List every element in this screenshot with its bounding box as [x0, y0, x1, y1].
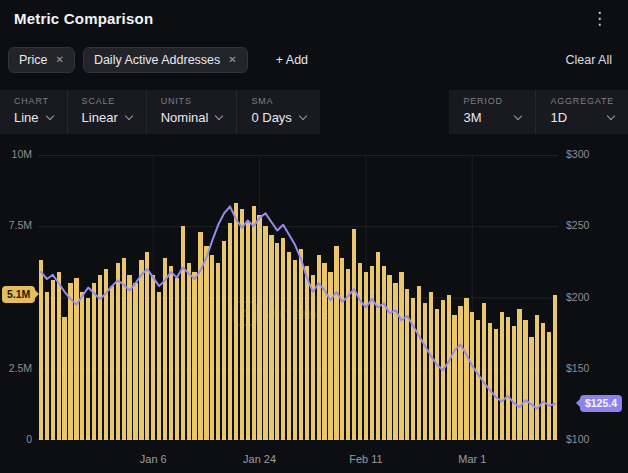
chart-type-value: Line [14, 110, 39, 125]
chart-area: A Artemis 5.1M $125.4 10M7.5M2.5M0$300$2… [0, 150, 628, 473]
y-axis-right-tick: $250 [566, 219, 589, 231]
control-sma-label: SMA [251, 96, 305, 106]
control-units-label: UNITS [161, 96, 223, 106]
control-chart: CHART Line [0, 90, 67, 134]
controls-left-group: CHART Line SCALE Linear UNITS Nominal SM… [0, 90, 320, 134]
units-dropdown[interactable]: Nominal [161, 110, 223, 125]
control-period-label: PERIOD [463, 96, 521, 106]
chevron-down-icon [124, 112, 132, 120]
chevron-down-icon [299, 112, 307, 120]
metric-chips-row: Price ✕ Daily Active Addresses ✕ + Add C… [8, 46, 620, 74]
close-icon[interactable]: ✕ [228, 55, 236, 65]
chip-daa-label: Daily Active Addresses [94, 53, 220, 67]
y-axis-right-tick: $150 [566, 362, 589, 374]
y-axis-left-tick: 10M [0, 148, 32, 160]
chevron-down-icon [45, 112, 53, 120]
y-axis-right-tick: $200 [566, 291, 589, 303]
control-units: UNITS Nominal [146, 90, 237, 134]
chart-controls-bar: CHART Line SCALE Linear UNITS Nominal SM… [0, 90, 628, 134]
chart-type-dropdown[interactable]: Line [14, 110, 53, 125]
sma-dropdown[interactable]: 0 Days [251, 110, 305, 125]
controls-right-group: PERIOD 3M AGGREGATE 1D [449, 90, 628, 134]
close-icon[interactable]: ✕ [55, 55, 63, 65]
y-axis-left-tick: 0 [0, 433, 32, 445]
page-title: Metric Comparison [14, 10, 153, 27]
y-axis-left-tick: 7.5M [0, 219, 32, 231]
chevron-down-icon [215, 112, 223, 120]
chip-price-label: Price [19, 53, 47, 67]
x-axis-tick: Jan 6 [140, 453, 167, 465]
chip-daily-active-addresses[interactable]: Daily Active Addresses ✕ [83, 47, 248, 73]
chart-canvas[interactable] [38, 155, 558, 440]
control-period: PERIOD 3M [449, 90, 535, 134]
y-axis-right-tick: $300 [566, 148, 589, 160]
control-sma: SMA 0 Days [236, 90, 319, 134]
aggregate-dropdown[interactable]: 1D [550, 110, 614, 125]
kebab-menu-icon[interactable]: ⋮ [585, 8, 614, 29]
panel-header: Metric Comparison ⋮ [0, 0, 628, 36]
x-axis-tick: Feb 11 [349, 453, 382, 465]
control-aggregate: AGGREGATE 1D [535, 90, 628, 134]
units-value: Nominal [161, 110, 209, 125]
period-value: 3M [463, 110, 481, 125]
chevron-down-icon [607, 112, 615, 120]
control-scale-label: SCALE [82, 96, 132, 106]
x-axis-tick: Mar 1 [458, 453, 486, 465]
control-aggregate-label: AGGREGATE [550, 96, 614, 106]
y-axis-left-tick: 2.5M [0, 362, 32, 374]
sma-value: 0 Days [251, 110, 291, 125]
current-value-badge-addresses: 5.1M [2, 286, 35, 303]
aggregate-value: 1D [550, 110, 567, 125]
scale-dropdown[interactable]: Linear [82, 110, 132, 125]
control-scale: SCALE Linear [67, 90, 146, 134]
add-metric-button[interactable]: + Add [270, 49, 314, 71]
chip-price[interactable]: Price ✕ [8, 47, 75, 73]
chevron-down-icon [514, 112, 522, 120]
current-value-badge-price: $125.4 [580, 395, 622, 412]
control-chart-label: CHART [14, 96, 53, 106]
scale-value: Linear [82, 110, 118, 125]
x-axis-tick: Jan 24 [243, 453, 276, 465]
y-axis-right-tick: $100 [566, 433, 589, 445]
chart-plot[interactable]: A Artemis [38, 155, 558, 440]
metric-comparison-panel: Metric Comparison ⋮ Price ✕ Daily Active… [0, 0, 628, 473]
clear-all-button[interactable]: Clear All [557, 49, 620, 71]
period-dropdown[interactable]: 3M [463, 110, 521, 125]
